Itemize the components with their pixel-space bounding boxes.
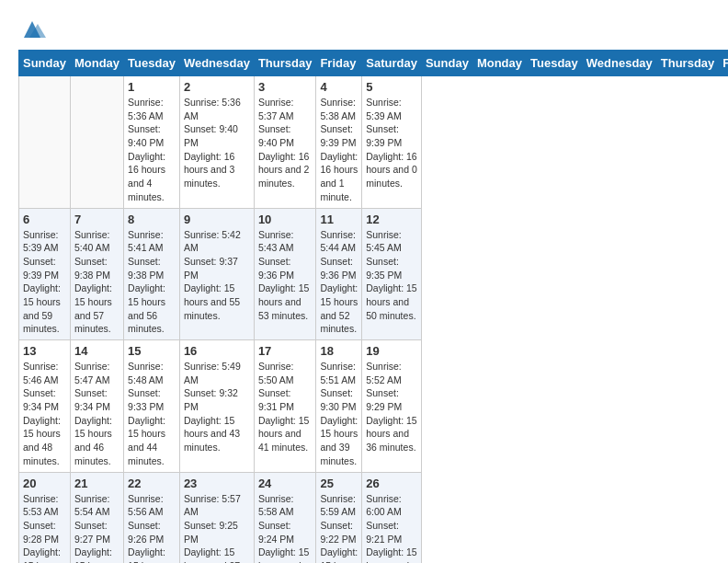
header-wednesday: Wednesday — [179, 51, 254, 76]
calendar-cell: 8Sunrise: 5:41 AM Sunset: 9:38 PM Daylig… — [124, 208, 180, 340]
calendar-cell: 20Sunrise: 5:53 AM Sunset: 9:28 PM Dayli… — [19, 472, 71, 563]
day-info: Sunrise: 5:59 AM Sunset: 9:22 PM Dayligh… — [320, 492, 358, 564]
day-info: Sunrise: 5:36 AM Sunset: 9:40 PM Dayligh… — [128, 96, 176, 204]
day-info: Sunrise: 5:37 AM Sunset: 9:40 PM Dayligh… — [258, 96, 313, 190]
calendar-cell: 4Sunrise: 5:38 AM Sunset: 9:39 PM Daylig… — [316, 76, 362, 209]
header-friday: Friday — [316, 51, 362, 76]
day-info: Sunrise: 5:42 AM Sunset: 9:37 PM Dayligh… — [184, 228, 250, 323]
week-row-3: 13Sunrise: 5:46 AM Sunset: 9:34 PM Dayli… — [19, 340, 729, 473]
calendar-cell: 26Sunrise: 6:00 AM Sunset: 9:21 PM Dayli… — [362, 472, 422, 563]
day-number: 22 — [128, 477, 176, 490]
day-number: 14 — [74, 344, 119, 358]
calendar-cell: 9Sunrise: 5:42 AM Sunset: 9:37 PM Daylig… — [179, 208, 254, 340]
col-header-sunday: Sunday — [421, 51, 472, 76]
day-info: Sunrise: 5:57 AM Sunset: 9:25 PM Dayligh… — [184, 492, 250, 564]
day-number: 1 — [128, 80, 176, 94]
day-info: Sunrise: 5:47 AM Sunset: 9:34 PM Dayligh… — [74, 360, 119, 468]
day-info: Sunrise: 5:39 AM Sunset: 9:39 PM Dayligh… — [366, 96, 417, 190]
calendar-cell: 19Sunrise: 5:52 AM Sunset: 9:29 PM Dayli… — [362, 340, 422, 473]
col-header-wednesday: Wednesday — [582, 51, 656, 76]
day-info: Sunrise: 5:46 AM Sunset: 9:34 PM Dayligh… — [23, 360, 66, 468]
header-thursday: Thursday — [254, 51, 316, 76]
col-header-monday: Monday — [472, 51, 526, 76]
logo-icon — [18, 18, 46, 40]
calendar-cell: 11Sunrise: 5:44 AM Sunset: 9:36 PM Dayli… — [316, 208, 362, 340]
day-number: 11 — [320, 213, 358, 226]
calendar-cell: 10Sunrise: 5:43 AM Sunset: 9:36 PM Dayli… — [254, 208, 316, 340]
col-header-friday: Friday — [719, 51, 728, 76]
calendar-cell: 18Sunrise: 5:51 AM Sunset: 9:30 PM Dayli… — [316, 340, 362, 473]
calendar-cell: 6Sunrise: 5:39 AM Sunset: 9:39 PM Daylig… — [19, 208, 71, 340]
header-saturday: Saturday — [362, 51, 422, 76]
day-info: Sunrise: 5:38 AM Sunset: 9:39 PM Dayligh… — [320, 96, 358, 204]
header-monday: Monday — [70, 51, 123, 76]
day-info: Sunrise: 6:00 AM Sunset: 9:21 PM Dayligh… — [366, 492, 417, 564]
day-number: 5 — [366, 80, 417, 94]
calendar-cell: 22Sunrise: 5:56 AM Sunset: 9:26 PM Dayli… — [124, 472, 180, 563]
day-number: 13 — [23, 344, 66, 358]
day-number: 17 — [258, 344, 313, 358]
header-sunday: Sunday — [19, 51, 71, 76]
calendar-header-row: SundayMondayTuesdayWednesdayThursdayFrid… — [19, 51, 729, 76]
day-info: Sunrise: 5:45 AM Sunset: 9:35 PM Dayligh… — [366, 228, 417, 323]
day-info: Sunrise: 5:54 AM Sunset: 9:27 PM Dayligh… — [74, 492, 119, 564]
day-info: Sunrise: 5:52 AM Sunset: 9:29 PM Dayligh… — [366, 360, 417, 454]
day-number: 16 — [184, 344, 250, 358]
day-info: Sunrise: 5:40 AM Sunset: 9:38 PM Dayligh… — [74, 228, 119, 337]
calendar-table: SundayMondayTuesdayWednesdayThursdayFrid… — [18, 50, 728, 563]
day-number: 19 — [366, 344, 417, 358]
day-number: 10 — [258, 213, 313, 226]
logo — [18, 18, 50, 40]
calendar-cell: 2Sunrise: 5:36 AM Sunset: 9:40 PM Daylig… — [179, 76, 254, 209]
week-row-4: 20Sunrise: 5:53 AM Sunset: 9:28 PM Dayli… — [19, 472, 729, 563]
week-row-1: 1Sunrise: 5:36 AM Sunset: 9:40 PM Daylig… — [19, 76, 729, 209]
week-row-2: 6Sunrise: 5:39 AM Sunset: 9:39 PM Daylig… — [19, 208, 729, 340]
calendar-cell: 1Sunrise: 5:36 AM Sunset: 9:40 PM Daylig… — [124, 76, 180, 209]
calendar-cell: 12Sunrise: 5:45 AM Sunset: 9:35 PM Dayli… — [362, 208, 422, 340]
calendar-cell: 15Sunrise: 5:48 AM Sunset: 9:33 PM Dayli… — [124, 340, 180, 473]
calendar-cell: 25Sunrise: 5:59 AM Sunset: 9:22 PM Dayli… — [316, 472, 362, 563]
day-number: 9 — [184, 213, 250, 226]
day-number: 15 — [128, 344, 176, 358]
day-number: 18 — [320, 344, 358, 358]
day-number: 21 — [74, 477, 119, 490]
calendar-cell: 14Sunrise: 5:47 AM Sunset: 9:34 PM Dayli… — [70, 340, 123, 473]
day-number: 7 — [74, 213, 119, 226]
calendar-cell: 16Sunrise: 5:49 AM Sunset: 9:32 PM Dayli… — [179, 340, 254, 473]
day-number: 24 — [258, 477, 313, 490]
calendar-cell: 5Sunrise: 5:39 AM Sunset: 9:39 PM Daylig… — [362, 76, 422, 209]
day-number: 8 — [128, 213, 176, 226]
day-info: Sunrise: 5:36 AM Sunset: 9:40 PM Dayligh… — [184, 96, 250, 190]
day-info: Sunrise: 5:51 AM Sunset: 9:30 PM Dayligh… — [320, 360, 358, 468]
header-tuesday: Tuesday — [124, 51, 180, 76]
day-number: 20 — [23, 477, 66, 490]
col-header-tuesday: Tuesday — [527, 51, 583, 76]
day-number: 3 — [258, 80, 313, 94]
day-number: 25 — [320, 477, 358, 490]
calendar-cell: 13Sunrise: 5:46 AM Sunset: 9:34 PM Dayli… — [19, 340, 71, 473]
calendar-cell: 24Sunrise: 5:58 AM Sunset: 9:24 PM Dayli… — [254, 472, 316, 563]
calendar-cell: 23Sunrise: 5:57 AM Sunset: 9:25 PM Dayli… — [179, 472, 254, 563]
day-info: Sunrise: 5:56 AM Sunset: 9:26 PM Dayligh… — [128, 492, 176, 564]
day-number: 4 — [320, 80, 358, 94]
day-number: 6 — [23, 213, 66, 226]
day-info: Sunrise: 5:58 AM Sunset: 9:24 PM Dayligh… — [258, 492, 313, 564]
calendar-cell: 7Sunrise: 5:40 AM Sunset: 9:38 PM Daylig… — [70, 208, 123, 340]
day-info: Sunrise: 5:39 AM Sunset: 9:39 PM Dayligh… — [23, 228, 66, 337]
day-info: Sunrise: 5:44 AM Sunset: 9:36 PM Dayligh… — [320, 228, 358, 337]
calendar-cell — [19, 76, 71, 209]
day-number: 12 — [366, 213, 417, 226]
day-info: Sunrise: 5:49 AM Sunset: 9:32 PM Dayligh… — [184, 360, 250, 454]
day-number: 26 — [366, 477, 417, 490]
col-header-thursday: Thursday — [656, 51, 719, 76]
calendar-cell — [70, 76, 123, 209]
day-number: 2 — [184, 80, 250, 94]
day-info: Sunrise: 5:53 AM Sunset: 9:28 PM Dayligh… — [23, 492, 66, 564]
calendar-cell: 21Sunrise: 5:54 AM Sunset: 9:27 PM Dayli… — [70, 472, 123, 563]
day-info: Sunrise: 5:43 AM Sunset: 9:36 PM Dayligh… — [258, 228, 313, 323]
day-info: Sunrise: 5:41 AM Sunset: 9:38 PM Dayligh… — [128, 228, 176, 337]
calendar-cell: 3Sunrise: 5:37 AM Sunset: 9:40 PM Daylig… — [254, 76, 316, 209]
day-number: 23 — [184, 477, 250, 490]
day-info: Sunrise: 5:48 AM Sunset: 9:33 PM Dayligh… — [128, 360, 176, 468]
calendar-cell: 17Sunrise: 5:50 AM Sunset: 9:31 PM Dayli… — [254, 340, 316, 473]
